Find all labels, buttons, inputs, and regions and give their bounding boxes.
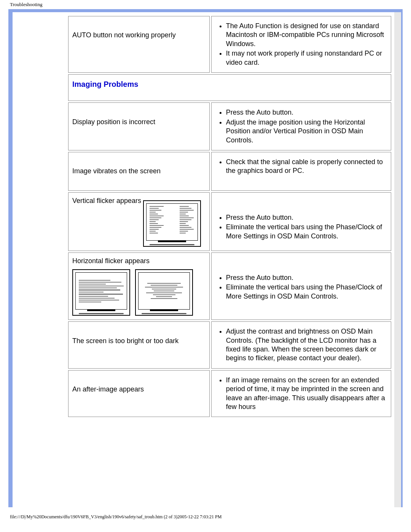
page-header: Troubleshooting <box>0 0 411 9</box>
top-border <box>8 9 403 12</box>
table-row: Horizontal flicker appears Press the Aut… <box>68 252 391 320</box>
section-cell: Imaging Problems <box>68 74 391 101</box>
solution-list: Press the Auto button. Eliminate the ver… <box>215 213 387 241</box>
scrollbar-stub[interactable] <box>394 12 401 507</box>
problem-cell: Display position is incorrect <box>68 102 210 150</box>
problem-cell: Image vibrates on the screen <box>68 152 210 191</box>
solution-cell: Check that the signal cable is properly … <box>211 152 391 191</box>
solution-list: Adjust the contrast and brightness on OS… <box>215 327 387 363</box>
problem-cell: The screen is too bright or too dark <box>68 321 210 369</box>
list-item: Press the Auto button. <box>226 273 387 282</box>
solution-list: If an image remains on the screen for an… <box>215 376 387 412</box>
table-row: Display position is incorrect Press the … <box>68 102 391 150</box>
list-item: Adjust the contrast and brightness on OS… <box>226 327 387 363</box>
table-row: AUTO button not working properly The Aut… <box>68 16 391 73</box>
list-item: Eliminate the vertical bars using the Ph… <box>226 283 387 301</box>
content-frame: AUTO button not working properly The Aut… <box>8 12 403 507</box>
section-title: Imaging Problems <box>72 80 138 88</box>
solution-list: Press the Auto button. Eliminate the ver… <box>215 273 387 301</box>
content-area: AUTO button not working properly The Aut… <box>67 12 393 419</box>
table-row: Image vibrates on the screen Check that … <box>68 152 391 191</box>
solution-cell: Adjust the contrast and brightness on OS… <box>211 321 391 369</box>
problem-label: AUTO button not working properly <box>72 31 176 40</box>
footer-path: file:///D|/My%20Documents/dfu/190V6FB_V3… <box>0 507 411 520</box>
list-item: Press the Auto button. <box>226 108 387 117</box>
solution-list: Check that the signal cable is properly … <box>215 158 387 176</box>
horizontal-flicker-illustration-clean <box>135 269 193 316</box>
table-row: Vertical flicker appears <box>68 192 391 251</box>
horizontal-flicker-illustration-noisy <box>72 269 130 316</box>
section-row: Imaging Problems <box>68 74 391 101</box>
problem-cell: AUTO button not working properly <box>68 16 210 73</box>
solution-cell: Press the Auto button. Adjust the image … <box>211 102 391 150</box>
solution-list: The Auto Function is designed for use on… <box>215 22 387 67</box>
problem-label: An after-image appears <box>72 385 144 394</box>
list-item: Eliminate the vertical bars using the Ph… <box>226 223 387 241</box>
solution-cell: If an image remains on the screen for an… <box>211 370 391 417</box>
list-item: Adjust the image position using the Hori… <box>226 118 387 145</box>
problem-label: Display position is incorrect <box>72 118 155 126</box>
list-item: If an image remains on the screen for an… <box>226 376 387 412</box>
problem-label: Image vibrates on the screen <box>72 167 161 176</box>
vertical-flicker-illustration <box>143 200 201 247</box>
table-row: The screen is too bright or too dark Adj… <box>68 321 391 369</box>
problem-label: The screen is too bright or too dark <box>72 337 178 345</box>
solution-list: Press the Auto button. Adjust the image … <box>215 108 387 145</box>
troubleshooting-table: AUTO button not working properly The Aut… <box>67 14 393 419</box>
solution-cell: The Auto Function is designed for use on… <box>211 16 391 73</box>
list-item: Press the Auto button. <box>226 213 387 222</box>
solution-cell: Press the Auto button. Eliminate the ver… <box>211 252 391 320</box>
problem-label: Vertical flicker appears <box>72 197 141 204</box>
list-item: Check that the signal cable is properly … <box>226 158 387 176</box>
list-item: The Auto Function is designed for use on… <box>226 22 387 48</box>
problem-cell: An after-image appears <box>68 370 210 417</box>
solution-cell: Press the Auto button. Eliminate the ver… <box>211 192 391 251</box>
problem-cell: Horizontal flicker appears <box>68 252 210 320</box>
list-item: It may not work properly if using nonsta… <box>226 49 387 67</box>
problem-cell: Vertical flicker appears <box>68 192 210 251</box>
problem-label: Horizontal flicker appears <box>72 257 150 265</box>
table-row: An after-image appears If an image remai… <box>68 370 391 417</box>
